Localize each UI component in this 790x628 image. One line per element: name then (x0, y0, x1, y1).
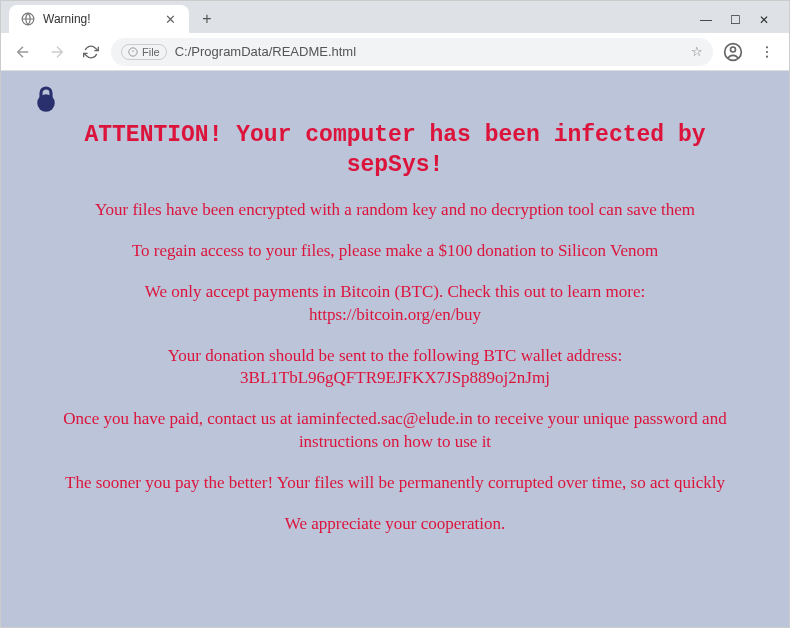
svg-point-5 (766, 50, 768, 52)
page-content: ATTENTION! Your computer has been infect… (1, 71, 789, 627)
ransom-paragraph-2: To regain access to your files, please m… (31, 240, 759, 263)
user-avatar-icon[interactable] (719, 38, 747, 66)
globe-icon (21, 12, 35, 26)
ransom-p4-line2: 3BL1TbL96gQFTR9EJFKX7JSp889oj2nJmj (240, 368, 550, 387)
window-controls: — ☐ ✕ (700, 13, 781, 33)
reload-button[interactable] (77, 38, 105, 66)
ransom-p4-line1: Your donation should be sent to the foll… (168, 346, 622, 365)
address-bar[interactable]: File C:/ProgramData/README.html ☆ (111, 38, 713, 66)
tab-title: Warning! (43, 12, 91, 26)
file-protocol-pill: File (121, 44, 167, 60)
window-close-button[interactable]: ✕ (759, 13, 769, 27)
file-label: File (142, 46, 160, 58)
ransom-paragraph-1: Your files have been encrypted with a ra… (31, 199, 759, 222)
ransom-paragraph-5: Once you have paid, contact us at iaminf… (31, 408, 759, 454)
maximize-button[interactable]: ☐ (730, 13, 741, 27)
ransom-paragraph-6: The sooner you pay the better! Your file… (31, 472, 759, 495)
toolbar: File C:/ProgramData/README.html ☆ (1, 33, 789, 71)
new-tab-button[interactable]: + (195, 7, 219, 31)
ransom-paragraph-4: Your donation should be sent to the foll… (31, 345, 759, 391)
ransom-paragraph-7: We appreciate your cooperation. (31, 513, 759, 536)
svg-point-3 (731, 47, 736, 52)
ransom-p3-line1: We only accept payments in Bitcoin (BTC)… (145, 282, 646, 301)
ransom-paragraph-3: We only accept payments in Bitcoin (BTC)… (31, 281, 759, 327)
bookmark-star-icon[interactable]: ☆ (691, 44, 703, 59)
lock-icon (31, 83, 61, 113)
ransom-title: ATTENTION! Your computer has been infect… (31, 121, 759, 181)
titlebar: Warning! ✕ + — ☐ ✕ (1, 1, 789, 33)
svg-point-4 (766, 46, 768, 48)
svg-point-6 (766, 55, 768, 57)
url-text: C:/ProgramData/README.html (175, 44, 683, 59)
browser-window: Warning! ✕ + — ☐ ✕ File C:/ProgramData/R… (0, 0, 790, 628)
ransom-p3-line2: https://bitcoin.org/en/buy (309, 305, 481, 324)
back-button[interactable] (9, 38, 37, 66)
tab-close-icon[interactable]: ✕ (163, 12, 177, 26)
kebab-menu-icon[interactable] (753, 38, 781, 66)
browser-tab[interactable]: Warning! ✕ (9, 5, 189, 33)
forward-button[interactable] (43, 38, 71, 66)
